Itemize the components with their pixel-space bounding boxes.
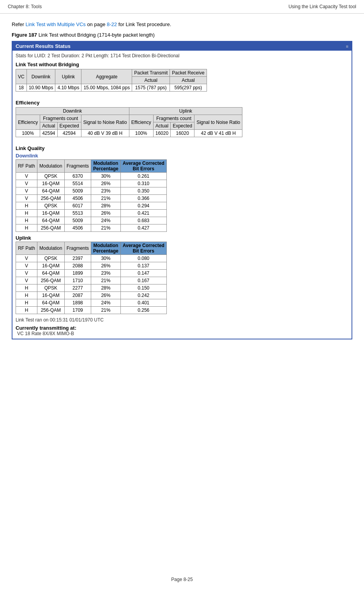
table-row: V16-QAM551426%0.310: [16, 180, 167, 187]
table-cell: QPSK: [37, 202, 65, 210]
table-cell: 15.00 Mbps, 1084 pps: [81, 84, 132, 92]
table-cell: 0.310: [120, 180, 166, 187]
table-cell: 16-QAM: [37, 292, 65, 299]
table-cell: QPSK: [37, 284, 65, 292]
table-cell: 21%: [91, 277, 121, 284]
table-cell: 0.401: [120, 299, 166, 307]
table-cell: 100%: [16, 130, 40, 137]
table-cell: H: [16, 307, 37, 314]
table-cell: 26%: [91, 262, 121, 270]
table-row: V256-QAM171021%0.167: [16, 277, 167, 284]
table-cell: 2397: [64, 255, 91, 262]
table-cell: 16020: [153, 130, 170, 137]
ul-lq-col-modulation: Modulation: [37, 242, 65, 255]
table-row: H64-QAM189824%0.401: [16, 299, 167, 307]
efficiency-table: Downlink Uplink Efficiency Fragments cou…: [16, 107, 242, 137]
transmitting-block: Currently transmitting at: VC 18 Rate 8X…: [16, 325, 348, 336]
table-cell: 2277: [64, 284, 91, 292]
eff-col-efficiency-dl: Efficiency: [16, 115, 40, 130]
table-row: 1810.90 Mbps4.10 Mbps15.00 Mbps, 1084 pp…: [16, 84, 207, 92]
table-row: VQPSK239730%0.080: [16, 255, 167, 262]
table-cell: 16-QAM: [37, 180, 65, 187]
table-cell: V: [16, 173, 37, 180]
refer-page-link[interactable]: 8-22: [107, 21, 117, 27]
table-row: H256-QAM170921%0.256: [16, 307, 167, 314]
table-cell: 40 dB V 39 dB H: [81, 130, 129, 137]
table-cell: 26%: [91, 180, 121, 187]
table-cell: 0.150: [120, 284, 166, 292]
table-cell: 24%: [91, 299, 121, 307]
lq-col-rfpath: RF Path: [16, 160, 37, 173]
table-cell: 21%: [91, 195, 121, 202]
table-cell: 18: [16, 84, 27, 92]
table-cell: 10.90 Mbps: [27, 84, 55, 92]
table-cell: 64-QAM: [37, 217, 65, 224]
table-row: HQPSK601728%0.294: [16, 202, 167, 210]
eff-col-efficiency-ul: Efficiency: [129, 115, 153, 130]
table-cell: 30%: [91, 255, 121, 262]
table-cell: V: [16, 195, 37, 202]
table-cell: QPSK: [37, 173, 65, 180]
table-cell: 64-QAM: [37, 299, 65, 307]
table-cell: 1899: [64, 270, 91, 277]
table-cell: 16-QAM: [37, 262, 65, 270]
table-row: VQPSK637030%0.261: [16, 173, 167, 180]
page-content: Refer Link Test with Multiple VCs on pag…: [0, 14, 364, 347]
table-cell: 21%: [91, 307, 121, 314]
table-cell: H: [16, 224, 37, 232]
ltwb-col-vc: VC: [16, 69, 27, 84]
table-cell: 0.147: [120, 270, 166, 277]
ltwb-table: VC Downlink Uplink Aggregate Packet Tran…: [16, 69, 207, 92]
table-cell: 2087: [64, 292, 91, 299]
refer-link[interactable]: Link Test with Multiple VCs: [25, 21, 85, 27]
lq-col-modulation: Modulation: [37, 160, 65, 173]
ltwb-col-downlink: Downlink: [27, 69, 55, 84]
table-cell: 26%: [91, 210, 121, 217]
eff-col-snr-ul: Signal to Noise Ratio: [194, 115, 242, 130]
table-cell: H: [16, 210, 37, 217]
ltwb-col-pkt-transmit: Packet Transmit: [132, 69, 170, 77]
downlink-lq-table: RF Path Modulation Fragments ModulationP…: [16, 159, 167, 232]
table-cell: 4506: [64, 195, 91, 202]
table-cell: 30%: [91, 173, 121, 180]
eff-col-expected-ul: Expected: [171, 122, 194, 130]
table-cell: 5514: [64, 180, 91, 187]
table-row: HQPSK227728%0.150: [16, 284, 167, 292]
table-cell: 595(297 pps): [170, 84, 207, 92]
table-cell: 256-QAM: [37, 224, 65, 232]
uplink-label: Uplink: [16, 235, 348, 241]
table-cell: H: [16, 284, 37, 292]
table-cell: H: [16, 202, 37, 210]
eff-col-expected-dl: Expected: [57, 122, 81, 130]
table-cell: H: [16, 217, 37, 224]
table-row: 100%425944259440 dB V 39 dB H100%1602016…: [16, 130, 242, 137]
eff-uplink-header: Uplink: [129, 108, 242, 115]
lq-section-title: Link Quality: [16, 145, 348, 151]
table-cell: V: [16, 180, 37, 187]
eff-downlink-header: Downlink: [16, 108, 129, 115]
transmitting-value: VC 18 Rate 8X/8X MIMO-B: [17, 331, 74, 336]
table-cell: 0.137: [120, 262, 166, 270]
table-cell: 0.294: [120, 202, 166, 210]
table-cell: 0.350: [120, 187, 166, 195]
table-row: V64-QAM189923%0.147: [16, 270, 167, 277]
page-footer: Page 8-25: [0, 577, 364, 582]
figure-caption-bold: Figure 187: [12, 32, 37, 38]
results-panel: Current Results Status ≡ Stats for LUID:…: [12, 41, 352, 339]
stats-line: Stats for LUID: 2 Test Duration: 2 Pkt L…: [16, 53, 348, 58]
table-cell: 64-QAM: [37, 270, 65, 277]
panel-header: Current Results Status ≡: [12, 42, 352, 51]
table-cell: 64-QAM: [37, 187, 65, 195]
table-cell: 0.421: [120, 210, 166, 217]
table-cell: 5009: [64, 217, 91, 224]
ltwb-col-pkt-transmit-actual: Actual: [132, 77, 170, 84]
downlink-label: Downlink: [16, 153, 348, 159]
eff-col-actual-dl: Actual: [40, 122, 57, 130]
table-cell: 1709: [64, 307, 91, 314]
table-row: H16-QAM208726%0.242: [16, 292, 167, 299]
ul-lq-col-fragments: Fragments: [64, 242, 91, 255]
table-cell: 0.366: [120, 195, 166, 202]
eff-col-fragments-dl: Fragments count: [40, 115, 81, 122]
table-cell: 0.080: [120, 255, 166, 262]
table-cell: 0.427: [120, 224, 166, 232]
